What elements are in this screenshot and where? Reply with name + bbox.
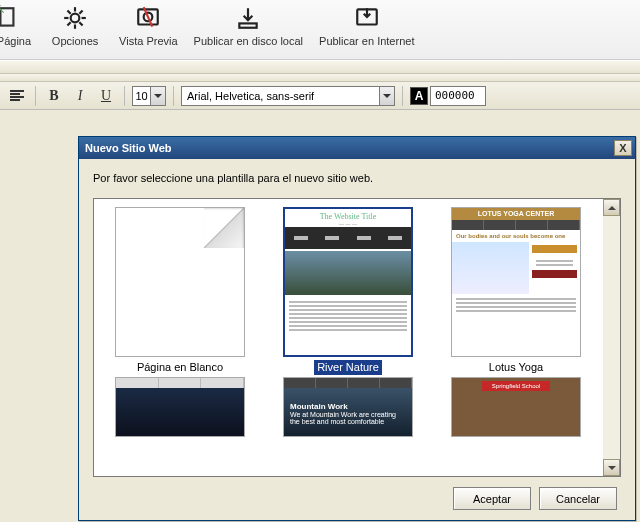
thumb-title: The Website Title <box>285 209 411 221</box>
svg-line-9 <box>79 10 82 13</box>
separator <box>124 86 125 106</box>
italic-button[interactable]: I <box>69 86 91 106</box>
thumb-text-lines <box>452 294 580 316</box>
main-toolbar: ar Página Opciones Vista Previa Publicar… <box>0 0 640 60</box>
menu-strip <box>0 60 640 74</box>
chevron-down-icon[interactable] <box>150 87 165 105</box>
separator <box>173 86 174 106</box>
toolbar-label: Vista Previa <box>119 35 178 47</box>
dialog-body: Por favor seleccione una plantilla para … <box>79 159 635 520</box>
page-fold-icon <box>204 208 244 248</box>
chevron-down-icon[interactable] <box>379 87 394 105</box>
template-mountain[interactable]: Mountain Work We at Mountain Work are cr… <box>270 377 426 437</box>
thumb-sidebar <box>529 242 580 294</box>
thumb-badge: Springfield School <box>482 381 550 391</box>
separator <box>35 86 36 106</box>
toolbar-label: ar Página <box>0 35 31 47</box>
template-thumbnail: LOTUS YOGA CENTER Our bodies and our sou… <box>451 207 581 357</box>
vertical-scrollbar[interactable] <box>603 199 620 476</box>
template-thumbnail: Mountain Work We at Mountain Work are cr… <box>283 377 413 437</box>
scroll-track[interactable] <box>603 216 620 459</box>
align-left-icon <box>10 89 24 102</box>
thumb-hero-image <box>285 251 411 295</box>
close-icon: X <box>619 142 626 154</box>
close-button[interactable]: X <box>614 140 632 156</box>
svg-line-7 <box>79 22 82 25</box>
align-left-button[interactable] <box>6 86 28 106</box>
text-color-control[interactable]: A 000000 <box>410 86 486 106</box>
divider-strip <box>0 74 640 82</box>
template-school[interactable]: Springfield School <box>438 377 594 437</box>
thumb-subtitle: We at Mountain Work are creating the bes… <box>290 411 396 425</box>
font-family-select[interactable]: Arial, Helvetica, sans-serif <box>181 86 395 106</box>
template-label: River Nature <box>314 360 382 375</box>
template-city[interactable] <box>102 377 258 437</box>
separator <box>402 86 403 106</box>
template-blank-page[interactable]: Página en Blanco <box>102 207 258 375</box>
template-label: Lotus Yoga <box>486 360 546 375</box>
svg-line-6 <box>68 10 71 13</box>
template-list: Página en Blanco The Website Title — — —… <box>93 198 621 477</box>
dialog-button-row: Aceptar Cancelar <box>93 477 621 510</box>
toolbar-label: Publicar en Internet <box>319 35 414 47</box>
toolbar-preview[interactable]: Vista Previa <box>119 3 178 47</box>
template-thumbnail <box>115 377 245 437</box>
toolbar-label: Publicar en disco local <box>194 35 303 47</box>
thumb-nav <box>284 378 412 388</box>
template-thumbnail: The Website Title — — — <box>283 207 413 357</box>
cancel-button[interactable]: Cancelar <box>539 487 617 510</box>
font-size-select[interactable]: 10 <box>132 86 166 106</box>
thumb-nav <box>116 378 244 388</box>
publish-internet-icon <box>354 5 380 31</box>
scroll-up-button[interactable] <box>603 199 620 216</box>
font-size-value: 10 <box>133 90 150 102</box>
thumb-hero-image: Springfield School <box>452 378 580 437</box>
scroll-down-button[interactable] <box>603 459 620 476</box>
new-site-dialog: Nuevo Sitio Web X Por favor seleccione u… <box>78 136 636 521</box>
thumb-nav <box>285 227 411 249</box>
preview-icon <box>135 5 161 31</box>
toolbar-publish-local[interactable]: Publicar en disco local <box>194 3 303 47</box>
gear-icon <box>62 5 88 31</box>
text-color-icon: A <box>410 87 428 105</box>
toolbar-page[interactable]: ar Página <box>0 3 31 47</box>
template-thumbnail <box>115 207 245 357</box>
dialog-title: Nuevo Sitio Web <box>85 142 614 154</box>
page-icon <box>0 5 21 31</box>
thumb-title: LOTUS YOGA CENTER <box>452 208 580 220</box>
format-toolbar: B I U 10 Arial, Helvetica, sans-serif A … <box>0 82 640 110</box>
thumb-tagline: Our bodies and our souls become one <box>452 230 580 242</box>
toolbar-label: Opciones <box>52 35 98 47</box>
template-thumbnail: Springfield School <box>451 377 581 437</box>
thumb-hero-image: Mountain Work We at Mountain Work are cr… <box>284 388 412 437</box>
thumb-text-lines <box>285 297 411 335</box>
template-label: Página en Blanco <box>134 360 226 375</box>
thumb-hero-image <box>116 388 244 437</box>
bold-button[interactable]: B <box>43 86 65 106</box>
underline-button[interactable]: U <box>95 86 117 106</box>
toolbar-options[interactable]: Opciones <box>47 3 103 47</box>
thumb-hero-image <box>452 242 529 294</box>
text-color-hex[interactable]: 000000 <box>430 86 486 106</box>
dialog-titlebar: Nuevo Sitio Web X <box>79 137 635 159</box>
thumb-title: Mountain Work <box>290 402 406 411</box>
template-lotus-yoga[interactable]: LOTUS YOGA CENTER Our bodies and our sou… <box>438 207 594 375</box>
svg-point-1 <box>71 14 80 23</box>
font-family-value: Arial, Helvetica, sans-serif <box>182 90 379 102</box>
ok-button[interactable]: Aceptar <box>453 487 531 510</box>
svg-rect-13 <box>240 23 257 27</box>
template-river-nature[interactable]: The Website Title — — — River Nature <box>270 207 426 375</box>
publish-local-icon <box>235 5 261 31</box>
thumb-nav <box>452 220 580 230</box>
svg-line-8 <box>68 22 71 25</box>
dialog-prompt: Por favor seleccione una plantilla para … <box>93 172 621 184</box>
toolbar-publish-internet[interactable]: Publicar en Internet <box>319 3 414 47</box>
